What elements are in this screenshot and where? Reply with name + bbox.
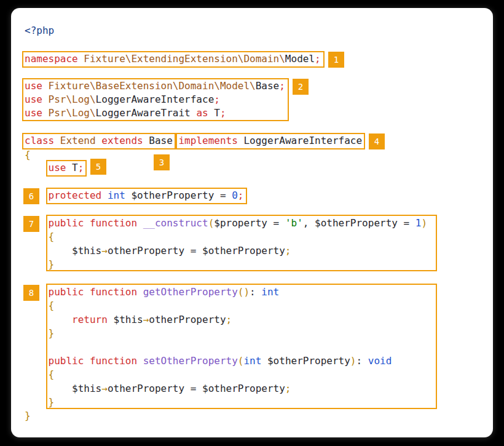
code-token-ty: int (108, 189, 125, 201)
code-token-kw: protected (49, 189, 102, 201)
code-token-kw: extends (101, 135, 143, 146)
code-token-id (78, 53, 84, 65)
code-token-kw: public (49, 286, 84, 298)
code-line: class Extend extends Base implements Log… (25, 134, 362, 148)
code-token-id: : (250, 286, 261, 298)
code-token-num: 0 (232, 189, 238, 201)
code-token-kw: use (25, 94, 42, 105)
annotation-badge-7: 7 (23, 216, 39, 232)
code-token-ns: Fixture\ExtendingExtension\Domain\ (84, 53, 285, 65)
code-token-br: → (101, 383, 108, 394)
code-token-kw: public (49, 355, 84, 367)
code-line: use T; (25, 161, 84, 175)
annotation-badge-2: 2 (293, 79, 309, 95)
code-token-ns: Extend (60, 135, 96, 146)
code-line: } (25, 327, 54, 340)
code-token-kw: ; (238, 189, 244, 201)
code-token-ty: void (368, 355, 392, 367)
code-token-id (25, 327, 49, 339)
code-token-kw: use (25, 107, 42, 119)
code-token-id (137, 286, 143, 298)
code-token-kw: namespace (25, 53, 78, 65)
code-line: namespace Fixture\ExtendingExtension\Dom… (25, 52, 321, 66)
annotation-badge-5: 5 (90, 159, 106, 175)
code-token-br: { (49, 368, 55, 380)
annotation-badge-1: 1 (328, 52, 344, 68)
code-token-id (84, 286, 90, 298)
code-token-kw: implements (178, 135, 237, 146)
code-token-id: $otherProperty = (125, 189, 232, 201)
code-token-id (42, 80, 49, 92)
code-token-id: : (356, 355, 368, 367)
code-token-id: $this (25, 383, 101, 394)
code-token-br: ) (421, 217, 427, 229)
code-token-id (25, 314, 72, 325)
code-token-id: $this (108, 314, 143, 325)
code-line: $this→otherProperty = $otherProperty; (25, 382, 291, 396)
code-token-id: Model (285, 53, 315, 65)
code-token-kw: use (49, 162, 66, 173)
code-token-id (25, 300, 49, 311)
code-token-br: () (238, 286, 250, 298)
code-token-kw: class (25, 135, 54, 146)
code-token-br: ( (208, 217, 215, 229)
code-token-id (101, 189, 108, 201)
code-token-br: { (49, 300, 55, 311)
code-line: } (25, 409, 31, 423)
code-line: public function __construct($property = … (25, 217, 427, 230)
code-token-kw: ; (279, 80, 285, 92)
code-token-br: } (49, 396, 55, 408)
code-token-br: { (25, 149, 31, 161)
code-line: use Psr\Log\LoggerAwareInterface; (25, 93, 220, 106)
code-token-id (42, 107, 49, 119)
code-token-kw: as (196, 107, 208, 119)
code-token-br: } (49, 258, 55, 270)
code-token-br: ; (285, 245, 291, 257)
code-token-ty: int (243, 355, 261, 367)
code-token-id: $otherProperty (261, 355, 350, 367)
code-line: public function getOtherProperty(): int (25, 285, 279, 299)
code-token-kw: function (90, 286, 137, 298)
code-line: use Fixture\BaseExtension\Domain\Model\B… (25, 79, 285, 93)
code-token-ns: Fixture\BaseExtension\Domain\Model\ (49, 80, 256, 92)
code-token-id (25, 355, 49, 367)
code-token-id: , $otherProperty = (303, 217, 415, 229)
code-token-id (25, 368, 49, 380)
code-token-id: LoggerAwareInterface (238, 135, 362, 146)
code-token-br: } (25, 410, 31, 421)
code-line: <?php (25, 24, 54, 38)
code-line: } (25, 396, 54, 409)
code-token-id (42, 94, 49, 105)
code-token-kw: public (49, 217, 84, 229)
code-token-kw: ; (315, 53, 321, 65)
code-token-br: ; (226, 314, 232, 325)
code-token-id (54, 135, 60, 146)
code-token-id: otherProperty (149, 314, 226, 325)
code-token-id: $property = (214, 217, 285, 229)
annotation-badge-4: 4 (369, 133, 385, 149)
code-token-kw: ; (220, 107, 226, 119)
code-token-id (137, 217, 143, 229)
code-token-id (25, 162, 49, 173)
code-token-kw: function (90, 217, 137, 229)
code-token-id: Base (256, 80, 280, 92)
code-token-str: 'b' (285, 217, 303, 229)
code-token-ns: Psr\Log\ (49, 107, 96, 119)
code-token-br: { (49, 231, 55, 242)
code-token-id: LoggerAwareInterface (96, 94, 215, 105)
code-token-br: → (101, 245, 108, 257)
code-token-id (25, 258, 49, 270)
code-line: { (25, 230, 54, 244)
code-token-kw: return (72, 314, 108, 325)
code-line: { (25, 368, 54, 381)
code-token-fn: __construct (143, 217, 208, 229)
code-token-kw: ; (214, 94, 220, 105)
code-token-id: otherProperty = $otherProperty (108, 245, 285, 257)
code-line: protected int $otherProperty = 0; (25, 189, 243, 202)
code-token-br: } (49, 327, 55, 339)
code-line: use Psr\Log\LoggerAwareTrait as T; (25, 106, 226, 120)
code-token-id (84, 355, 90, 367)
code-token-fn: getOtherProperty (143, 286, 238, 298)
code-token-id: $this (25, 245, 101, 257)
code-layer: <?phpnamespace Fixture\ExtendingExtensio… (0, 0, 504, 446)
